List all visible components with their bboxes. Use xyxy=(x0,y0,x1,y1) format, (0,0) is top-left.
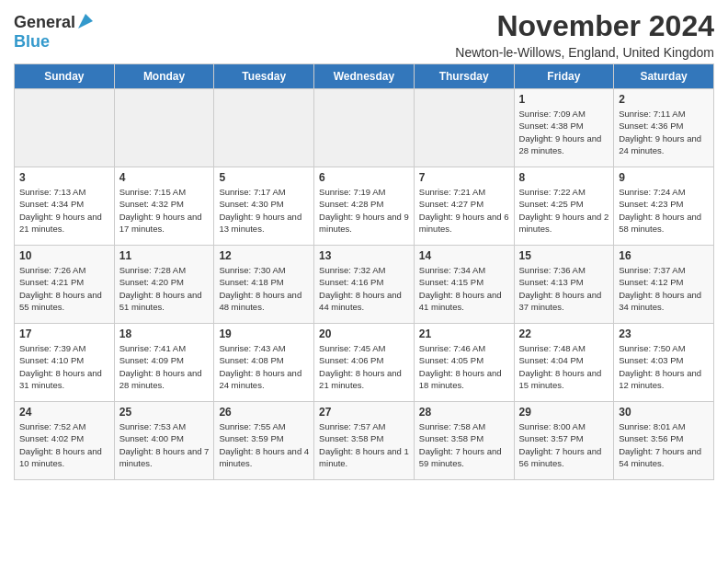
day-info: Sunrise: 7:45 AM Sunset: 4:06 PM Dayligh… xyxy=(319,342,409,391)
day-number: 1 xyxy=(519,93,609,106)
day-info: Sunrise: 8:01 AM Sunset: 3:56 PM Dayligh… xyxy=(619,420,709,469)
day-number: 15 xyxy=(519,249,609,262)
day-number: 14 xyxy=(419,249,509,262)
location-text: Newton-le-Willows, England, United Kingd… xyxy=(455,45,714,60)
day-info: Sunrise: 7:11 AM Sunset: 4:36 PM Dayligh… xyxy=(619,108,709,156)
day-info: Sunrise: 7:58 AM Sunset: 3:58 PM Dayligh… xyxy=(419,420,509,469)
calendar-cell xyxy=(314,89,415,167)
calendar-cell: 1Sunrise: 7:09 AM Sunset: 4:38 PM Daylig… xyxy=(514,89,614,167)
calendar-cell: 14Sunrise: 7:34 AM Sunset: 4:15 PM Dayli… xyxy=(414,246,514,324)
calendar-cell: 23Sunrise: 7:50 AM Sunset: 4:03 PM Dayli… xyxy=(614,324,714,402)
day-info: Sunrise: 7:53 AM Sunset: 4:00 PM Dayligh… xyxy=(119,420,210,469)
day-number: 12 xyxy=(219,249,309,262)
day-info: Sunrise: 7:30 AM Sunset: 4:18 PM Dayligh… xyxy=(219,264,309,313)
day-info: Sunrise: 7:41 AM Sunset: 4:09 PM Dayligh… xyxy=(119,342,210,391)
calendar-cell: 11Sunrise: 7:28 AM Sunset: 4:20 PM Dayli… xyxy=(114,246,214,324)
day-info: Sunrise: 7:37 AM Sunset: 4:12 PM Dayligh… xyxy=(619,264,709,313)
calendar-cell: 25Sunrise: 7:53 AM Sunset: 4:00 PM Dayli… xyxy=(114,402,214,480)
calendar-cell: 9Sunrise: 7:24 AM Sunset: 4:23 PM Daylig… xyxy=(614,167,714,246)
header: General Blue November 2024 Newton-le-Wil… xyxy=(14,9,714,60)
calendar-week-row: 17Sunrise: 7:39 AM Sunset: 4:10 PM Dayli… xyxy=(15,324,714,402)
day-info: Sunrise: 7:24 AM Sunset: 4:23 PM Dayligh… xyxy=(619,186,709,235)
day-number: 10 xyxy=(19,249,109,262)
calendar: SundayMondayTuesdayWednesdayThursdayFrid… xyxy=(14,63,714,480)
calendar-cell: 22Sunrise: 7:48 AM Sunset: 4:04 PM Dayli… xyxy=(514,324,614,402)
day-info: Sunrise: 7:32 AM Sunset: 4:16 PM Dayligh… xyxy=(319,264,409,313)
col-header-tuesday: Tuesday xyxy=(214,64,314,89)
day-info: Sunrise: 7:26 AM Sunset: 4:21 PM Dayligh… xyxy=(19,264,109,313)
logo-blue-text: Blue xyxy=(14,32,50,52)
calendar-cell: 5Sunrise: 7:17 AM Sunset: 4:30 PM Daylig… xyxy=(214,167,314,246)
day-info: Sunrise: 7:43 AM Sunset: 4:08 PM Dayligh… xyxy=(219,342,309,391)
day-info: Sunrise: 7:09 AM Sunset: 4:38 PM Dayligh… xyxy=(519,108,609,156)
calendar-cell xyxy=(214,89,314,167)
day-info: Sunrise: 7:46 AM Sunset: 4:05 PM Dayligh… xyxy=(419,342,509,391)
day-number: 21 xyxy=(419,327,509,340)
calendar-cell: 8Sunrise: 7:22 AM Sunset: 4:25 PM Daylig… xyxy=(514,167,614,246)
title-area: November 2024 Newton-le-Willows, England… xyxy=(455,9,714,60)
day-info: Sunrise: 7:28 AM Sunset: 4:20 PM Dayligh… xyxy=(119,264,210,313)
day-info: Sunrise: 7:39 AM Sunset: 4:10 PM Dayligh… xyxy=(19,342,109,391)
day-number: 2 xyxy=(619,93,709,106)
day-info: Sunrise: 7:15 AM Sunset: 4:32 PM Dayligh… xyxy=(119,186,210,235)
day-number: 3 xyxy=(19,171,109,184)
day-info: Sunrise: 7:13 AM Sunset: 4:34 PM Dayligh… xyxy=(19,186,109,235)
calendar-cell: 10Sunrise: 7:26 AM Sunset: 4:21 PM Dayli… xyxy=(15,246,115,324)
calendar-cell xyxy=(114,89,214,167)
calendar-cell: 12Sunrise: 7:30 AM Sunset: 4:18 PM Dayli… xyxy=(214,246,314,324)
calendar-cell: 24Sunrise: 7:52 AM Sunset: 4:02 PM Dayli… xyxy=(15,402,115,480)
calendar-cell: 15Sunrise: 7:36 AM Sunset: 4:13 PM Dayli… xyxy=(514,246,614,324)
day-number: 17 xyxy=(19,327,109,340)
calendar-week-row: 3Sunrise: 7:13 AM Sunset: 4:34 PM Daylig… xyxy=(15,167,714,246)
day-number: 8 xyxy=(519,171,609,184)
col-header-friday: Friday xyxy=(514,64,614,89)
day-number: 4 xyxy=(119,171,210,184)
col-header-thursday: Thursday xyxy=(414,64,514,89)
logo-general-text: General xyxy=(14,13,75,32)
calendar-cell: 21Sunrise: 7:46 AM Sunset: 4:05 PM Dayli… xyxy=(414,324,514,402)
day-number: 16 xyxy=(619,249,709,262)
calendar-cell: 13Sunrise: 7:32 AM Sunset: 4:16 PM Dayli… xyxy=(314,246,415,324)
calendar-week-row: 1Sunrise: 7:09 AM Sunset: 4:38 PM Daylig… xyxy=(15,89,714,167)
day-info: Sunrise: 7:57 AM Sunset: 3:58 PM Dayligh… xyxy=(319,420,409,469)
day-info: Sunrise: 7:34 AM Sunset: 4:15 PM Dayligh… xyxy=(419,264,509,313)
day-info: Sunrise: 7:19 AM Sunset: 4:28 PM Dayligh… xyxy=(319,186,409,235)
day-number: 28 xyxy=(419,406,509,419)
day-number: 22 xyxy=(519,327,609,340)
day-number: 11 xyxy=(119,249,210,262)
col-header-wednesday: Wednesday xyxy=(314,64,415,89)
col-header-monday: Monday xyxy=(114,64,214,89)
day-number: 20 xyxy=(319,327,409,340)
calendar-cell: 16Sunrise: 7:37 AM Sunset: 4:12 PM Dayli… xyxy=(614,246,714,324)
day-number: 24 xyxy=(19,406,109,419)
day-number: 9 xyxy=(619,171,709,184)
calendar-cell: 28Sunrise: 7:58 AM Sunset: 3:58 PM Dayli… xyxy=(414,402,514,480)
calendar-cell: 19Sunrise: 7:43 AM Sunset: 4:08 PM Dayli… xyxy=(214,324,314,402)
calendar-cell: 30Sunrise: 8:01 AM Sunset: 3:56 PM Dayli… xyxy=(614,402,714,480)
calendar-cell: 20Sunrise: 7:45 AM Sunset: 4:06 PM Dayli… xyxy=(314,324,415,402)
day-number: 6 xyxy=(319,171,409,184)
day-info: Sunrise: 7:22 AM Sunset: 4:25 PM Dayligh… xyxy=(519,186,609,235)
calendar-week-row: 10Sunrise: 7:26 AM Sunset: 4:21 PM Dayli… xyxy=(15,246,714,324)
day-number: 7 xyxy=(419,171,509,184)
calendar-cell xyxy=(15,89,115,167)
calendar-cell: 27Sunrise: 7:57 AM Sunset: 3:58 PM Dayli… xyxy=(314,402,415,480)
calendar-header-row: SundayMondayTuesdayWednesdayThursdayFrid… xyxy=(15,64,714,89)
calendar-cell: 2Sunrise: 7:11 AM Sunset: 4:36 PM Daylig… xyxy=(614,89,714,167)
month-title: November 2024 xyxy=(455,9,714,43)
day-number: 19 xyxy=(219,327,309,340)
calendar-cell: 4Sunrise: 7:15 AM Sunset: 4:32 PM Daylig… xyxy=(114,167,214,246)
day-number: 25 xyxy=(119,406,210,419)
day-info: Sunrise: 8:00 AM Sunset: 3:57 PM Dayligh… xyxy=(519,420,609,469)
day-number: 18 xyxy=(119,327,210,340)
day-info: Sunrise: 7:17 AM Sunset: 4:30 PM Dayligh… xyxy=(219,186,309,235)
calendar-cell: 26Sunrise: 7:55 AM Sunset: 3:59 PM Dayli… xyxy=(214,402,314,480)
day-info: Sunrise: 7:48 AM Sunset: 4:04 PM Dayligh… xyxy=(519,342,609,391)
day-number: 5 xyxy=(219,171,309,184)
calendar-cell: 29Sunrise: 8:00 AM Sunset: 3:57 PM Dayli… xyxy=(514,402,614,480)
logo: General Blue xyxy=(14,13,95,52)
day-number: 13 xyxy=(319,249,409,262)
day-info: Sunrise: 7:52 AM Sunset: 4:02 PM Dayligh… xyxy=(19,420,109,469)
day-info: Sunrise: 7:36 AM Sunset: 4:13 PM Dayligh… xyxy=(519,264,609,313)
day-number: 30 xyxy=(619,406,709,419)
